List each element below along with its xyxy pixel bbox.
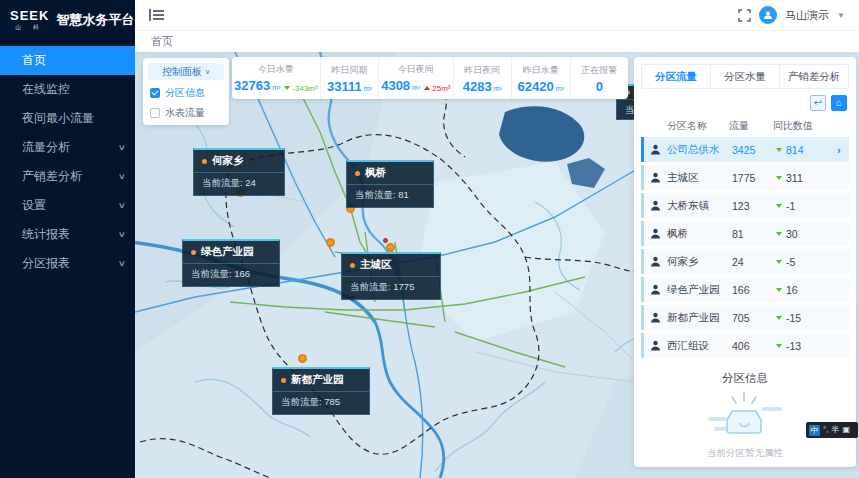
chevron-down-icon: ∨ [205, 68, 210, 76]
table-row-company-total[interactable]: 公司总供水 3425 814 › [641, 137, 849, 162]
callout-zone-name: 新都产业园 [291, 373, 344, 387]
fullscreen-icon[interactable] [738, 9, 751, 22]
tab-label: 分区流量 [655, 70, 697, 84]
stat-active-alarms: 正在报警 0 [571, 57, 629, 99]
tab-zone-volume[interactable]: 分区水量 [711, 65, 780, 88]
checkbox-checked-icon[interactable] [150, 88, 160, 98]
empty-box-icon [702, 389, 788, 441]
zone-flow: 3425 [732, 144, 776, 156]
stat-unit: m³ [364, 85, 372, 92]
callout-flow-label: 当前流量: [202, 177, 243, 188]
home-icon[interactable]: ⌂ [831, 95, 847, 111]
brand-logo: SEEK 山 科 智慧水务平台 [0, 0, 135, 36]
sidebar-item-home[interactable]: 首页 [0, 46, 135, 75]
table-row-hejiaxiang[interactable]: 何家乡 24 -5 [641, 249, 849, 274]
tab-zone-flow[interactable]: 分区流量 [642, 65, 711, 88]
zone-person-icon [644, 256, 667, 267]
table-row-green-park[interactable]: 绿色产业园 166 16 [641, 277, 849, 302]
map-marker[interactable] [298, 354, 307, 363]
user-caret-icon[interactable]: ▼ [837, 11, 845, 20]
table-row-daqiao[interactable]: 大桥东镇 123 -1 [641, 193, 849, 218]
stat-yesterday-night: 昨日夜间 4283 m³ [454, 57, 513, 99]
column-header-flow: 流量 [729, 119, 773, 133]
zone-person-icon [644, 340, 667, 351]
zone-name: 新都产业园 [667, 311, 732, 325]
chevron-right-icon[interactable]: › [837, 144, 849, 156]
ime-mode-icon[interactable]: 中 [809, 425, 820, 436]
callout-flow-label: 当前流量: [191, 268, 232, 279]
trend-down-icon [776, 148, 782, 152]
map-callout-green-park[interactable]: 绿色产业园 当前流量: 166 [182, 239, 280, 287]
trend-down-icon [776, 316, 782, 320]
breadcrumb: 首页 [151, 34, 173, 49]
sidebar-collapse-icon[interactable] [149, 9, 164, 21]
map-callout-hejiaxiang[interactable]: 何家乡 当前流量: 24 [193, 148, 285, 196]
stat-label: 今日水量 [258, 63, 294, 76]
zone-table-header: 分区名称 流量 同比数值 [641, 115, 849, 137]
stat-unit: m³ [272, 84, 280, 91]
zone-delta: 30 [786, 228, 798, 240]
checkbox-unchecked-icon[interactable] [150, 108, 160, 118]
table-row-xindu-park[interactable]: 新都产业园 705 -15 [641, 305, 849, 330]
zone-flow: 24 [732, 256, 776, 268]
sidebar-item-settings[interactable]: 设置 ∨ [0, 191, 135, 220]
ime-punct-icon[interactable]: °, [823, 426, 828, 434]
sidebar-item-nrw-analysis[interactable]: 产销差分析 ∨ [0, 162, 135, 191]
table-row-xihui[interactable]: 西汇组设 406 -13 [641, 333, 849, 358]
zone-person-icon [644, 284, 667, 295]
map-marker-alarm[interactable] [383, 238, 388, 243]
zone-name: 主城区 [667, 171, 732, 185]
stats-bar: 今日水量 32763 m³ -343m³ 昨日同期 33111 m³ 今日夜间 [232, 57, 628, 99]
zone-person-icon [644, 312, 667, 323]
sidebar-item-label: 首页 [22, 53, 46, 67]
stat-label: 昨日夜间 [464, 64, 500, 77]
zone-flow: 1775 [732, 172, 776, 184]
map-callout-xindu-park[interactable]: 新都产业园 当前流量: 785 [272, 367, 370, 415]
stat-label: 正在报警 [581, 64, 617, 77]
trend-down-icon [776, 204, 782, 208]
tab-nrw-analysis[interactable]: 产销差分析 [780, 65, 848, 88]
callout-flow-value: 1775 [393, 281, 414, 292]
product-title: 智慧水务平台 [56, 11, 134, 29]
zone-name: 公司总供水 [667, 143, 732, 157]
map-marker[interactable] [326, 238, 335, 247]
orange-dot-icon [191, 250, 196, 255]
sidebar-item-label: 分区报表 [22, 256, 70, 270]
sidebar-item-flow-analysis[interactable]: 流量分析 ∨ [0, 133, 135, 162]
sidebar-item-night-min-flow[interactable]: 夜间最小流量 [0, 104, 135, 133]
app-window: SEEK 山 科 智慧水务平台 首页 在线监控 夜间最小流量 流量分析 ∨ 产销… [0, 0, 859, 478]
username[interactable]: 马山演示 [785, 8, 829, 23]
ime-toolbar[interactable]: 中 °, 半 ▣ [806, 422, 858, 438]
map-callout-fengqiao[interactable]: 枫桥 当前流量: 81 [346, 160, 434, 208]
table-row-main-city[interactable]: 主城区 1775 311 [641, 165, 849, 190]
brand-logo-subtext: 山 科 [15, 24, 44, 30]
avatar[interactable] [759, 6, 777, 24]
table-row-fengqiao[interactable]: 枫桥 81 30 [641, 221, 849, 246]
sidebar-item-statistic-report[interactable]: 统计报表 ∨ [0, 220, 135, 249]
map-callout-main-city[interactable]: 主城区 当前流量: 1775 [341, 252, 441, 300]
orange-dot-icon [355, 171, 360, 176]
control-panel-toggle[interactable]: 控制面板 ∨ [148, 63, 224, 80]
ime-tool-icon[interactable]: ▣ [842, 426, 850, 434]
ime-width-icon[interactable]: 半 [831, 426, 839, 434]
callout-flow-value: 785 [324, 396, 340, 407]
sidebar-item-label: 设置 [22, 198, 46, 212]
stat-value: 4283 [463, 80, 492, 93]
map-marker[interactable] [386, 243, 395, 252]
callout-zone-name: 枫桥 [365, 166, 386, 180]
zone-delta: 311 [786, 172, 803, 184]
stat-unit: m³ [494, 85, 502, 92]
sidebar-item-zone-report[interactable]: 分区报表 ∨ [0, 249, 135, 278]
layer-option-meter-flow[interactable]: 水表流量 [148, 106, 224, 120]
back-icon[interactable]: ↩ [810, 95, 826, 111]
stat-value: 0 [596, 80, 603, 93]
zone-flow: 406 [732, 340, 776, 352]
zone-person-icon [644, 200, 667, 211]
orange-dot-icon [350, 263, 355, 268]
stat-value: 4308 [381, 79, 410, 92]
stat-value: 62420 [518, 80, 554, 93]
layer-option-zone-info[interactable]: 分区信息 [148, 86, 224, 100]
zone-delta: -5 [786, 256, 795, 268]
sidebar-item-online-monitor[interactable]: 在线监控 [0, 75, 135, 104]
layer-option-label: 水表流量 [165, 106, 205, 120]
